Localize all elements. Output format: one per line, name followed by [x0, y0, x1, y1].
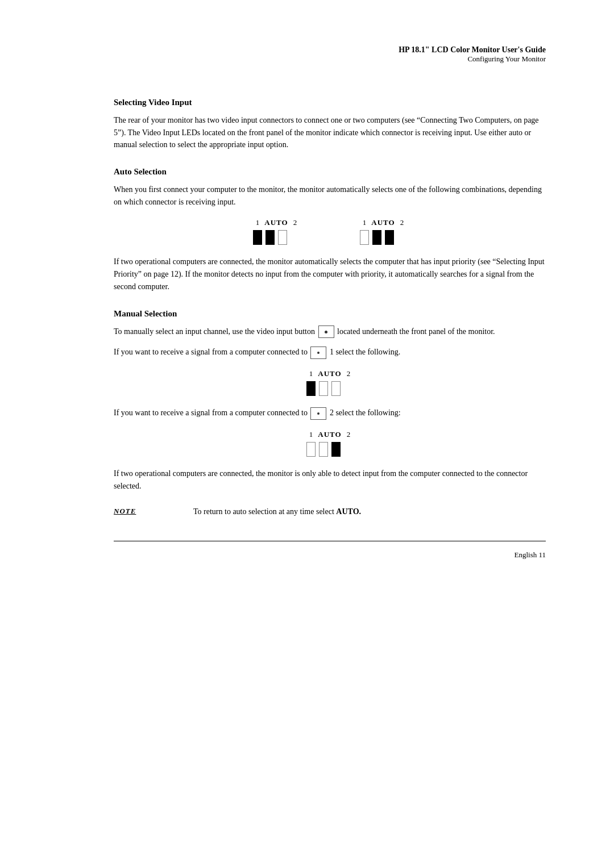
label-1-left: 1: [251, 218, 264, 227]
label-auto-right: AUTO: [371, 218, 396, 227]
manual2-led-auto: [317, 441, 330, 457]
auto-selection-body2: If two operational computers are connect…: [114, 256, 546, 293]
selecting-video-input-section: Selecting Video Input The rear of your m…: [114, 98, 546, 151]
note-label: NOTE: [114, 507, 136, 515]
led-1-left: [251, 229, 264, 245]
footer-text: English 11: [515, 550, 546, 560]
page-header: HP 18.1" LCD Color Monitor User's Guide …: [114, 45, 546, 64]
manual2-label-2: 2: [342, 430, 355, 439]
manual-diagram-2-blocks: [305, 441, 342, 457]
manual2-label-1: 1: [305, 430, 317, 439]
manual-led-auto: [317, 381, 330, 397]
selecting-video-input-heading: Selecting Video Input: [114, 98, 546, 107]
label-2-right: 2: [396, 218, 408, 227]
led-2-left: [276, 229, 289, 245]
manual-body1-post: located underneath the front panel of th…: [337, 327, 495, 336]
manual-body2-post: 1 select the following.: [330, 348, 400, 356]
header-title: HP 18.1" LCD Color Monitor User's Guide: [114, 45, 546, 55]
manual-body3-pre: If you want to receive a signal from a c…: [114, 408, 308, 417]
note-label-col: NOTE: [114, 506, 193, 516]
label-2-left: 2: [289, 218, 301, 227]
manual-label-auto: AUTO: [317, 369, 342, 378]
connector-1-icon: [310, 347, 326, 359]
footer: English 11: [114, 547, 546, 560]
manual-body1-pre: To manually select an input channel, use…: [114, 327, 315, 336]
manual-body2-pre: If you want to receive a signal from a c…: [114, 348, 308, 356]
manual-diagram-2-labels: 1 AUTO 2: [305, 430, 355, 439]
manual-diagram-2: 1 AUTO 2: [114, 430, 546, 457]
manual-body2: If you want to receive a signal from a c…: [114, 346, 546, 359]
led-auto-left: [264, 229, 276, 245]
connector-2-dot: [317, 412, 320, 415]
connector-1-dot: [317, 352, 320, 354]
manual-label-1: 1: [305, 369, 317, 378]
note-text: To return to auto selection at any time …: [193, 506, 546, 518]
connector-2-icon: [310, 407, 326, 420]
manual2-led-2: [330, 441, 342, 457]
note-section: NOTE To return to auto selection at any …: [114, 506, 546, 518]
manual-diagram-1-blocks: [305, 381, 342, 397]
manual-selection-heading: Manual Selection: [114, 309, 546, 319]
manual2-led-1: [305, 441, 317, 457]
led-1-right: [358, 229, 371, 245]
manual-selection-section: Manual Selection To manually select an i…: [114, 309, 546, 493]
manual-led-1: [305, 381, 317, 397]
page: HP 18.1" LCD Color Monitor User's Guide …: [0, 0, 614, 868]
manual-diagram-1-labels: 1 AUTO 2: [305, 369, 355, 378]
header-subtitle: Configuring Your Monitor: [114, 55, 546, 64]
auto-diagram-right-labels: 1 AUTO 2: [358, 218, 408, 227]
manual2-label-auto: AUTO: [317, 430, 342, 439]
label-auto-left: AUTO: [264, 218, 289, 227]
auto-selection-section: Auto Selection When you first connect yo…: [114, 167, 546, 293]
auto-diagram-left: 1 AUTO 2: [251, 218, 301, 245]
auto-diagram-right: 1 AUTO 2: [358, 218, 408, 245]
manual-body4: If two operational computers are connect…: [114, 468, 546, 492]
auto-selection-diagrams: 1 AUTO 2 1 AUTO 2: [114, 218, 546, 245]
manual-led-2: [330, 381, 342, 397]
note-text-bold: AUTO.: [336, 507, 361, 516]
manual-label-2: 2: [342, 369, 355, 378]
manual-body3: If you want to receive a signal from a c…: [114, 407, 546, 420]
button-dot: [325, 331, 327, 333]
auto-selection-heading: Auto Selection: [114, 167, 546, 177]
auto-diagram-left-labels: 1 AUTO 2: [251, 218, 301, 227]
video-input-button-icon: [318, 326, 334, 338]
manual-led-diagram-1: 1 AUTO 2: [305, 369, 355, 397]
manual-body1: To manually select an input channel, use…: [114, 326, 546, 339]
manual-body3-post: 2 select the following:: [330, 408, 401, 417]
manual-diagram-1: 1 AUTO 2: [114, 369, 546, 397]
led-auto-right: [371, 229, 383, 245]
note-text-pre: To return to auto selection at any time …: [193, 507, 336, 516]
manual-led-diagram-2: 1 AUTO 2: [305, 430, 355, 457]
led-2-right: [383, 229, 396, 245]
label-1-right: 1: [358, 218, 371, 227]
selecting-video-input-body: The rear of your monitor has two video i…: [114, 114, 546, 151]
auto-diagram-left-blocks: [251, 229, 289, 245]
footer-line: [114, 541, 546, 541]
auto-selection-body1: When you first connect your computer to …: [114, 183, 546, 208]
auto-diagram-right-blocks: [358, 229, 396, 245]
